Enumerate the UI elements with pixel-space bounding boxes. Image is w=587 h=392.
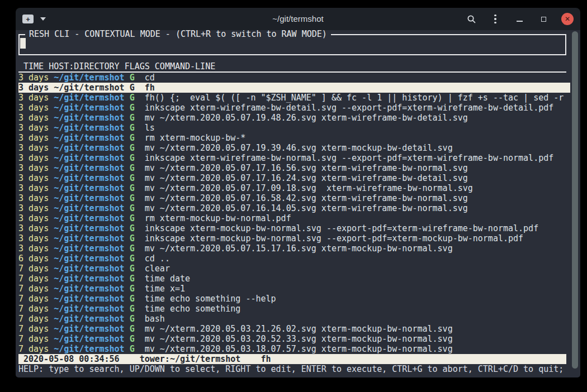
titlebar-left-controls: + (22, 15, 46, 23)
status-gap (240, 354, 261, 364)
table-row[interactable]: 3 days ~/git/termshot G rm xterm-mockup-… (18, 133, 570, 143)
row-flags: G (130, 294, 135, 304)
row-command: rm xterm-mockup-bw-* (145, 133, 246, 143)
scrollbar[interactable] (570, 30, 580, 377)
table-row[interactable]: 3 days ~/git/termshot G mv ~/xterm.2020.… (18, 243, 570, 254)
row-directory: ~/git/termshot (54, 233, 124, 243)
row-time: 7 days (18, 274, 49, 284)
table-row[interactable]: 3 days ~/git/termshot G inkscape xterm-w… (18, 103, 570, 113)
row-command: cd .. (145, 254, 170, 264)
chevron-down-icon[interactable] (40, 17, 46, 21)
table-row[interactable]: 7 days ~/git/termshot G bash (18, 314, 570, 324)
row-directory: ~/git/termshot (54, 73, 124, 83)
row-flags: G (130, 314, 135, 324)
row-command: time x=1 (145, 284, 185, 294)
row-flags: G (130, 183, 135, 193)
row-time: 3 days (18, 133, 49, 143)
table-row[interactable]: 3 days ~/git/termshot G mv ~/xterm.2020.… (18, 203, 570, 213)
menu-button[interactable] (489, 13, 501, 25)
row-directory: ~/git/termshot (54, 193, 124, 203)
minimize-button[interactable] (513, 13, 526, 25)
table-row[interactable]: 7 days ~/git/termshot G time echo someth… (18, 294, 570, 304)
restore-button[interactable] (537, 13, 550, 25)
row-time: 7 days (18, 304, 49, 314)
table-row[interactable]: 3 days ~/git/termshot G mv ~/xterm.2020.… (18, 173, 570, 183)
table-row[interactable]: 3 days ~/git/termshot G mv ~/xterm.2020.… (18, 183, 570, 193)
row-time: 7 days (18, 284, 49, 294)
window-title: ~/git/termshot (272, 8, 323, 30)
row-command: mv ~/xterm.2020.05.07.17.16.24.svg xterm… (145, 173, 468, 183)
status-bar: 2020-05-08 00:34:56 tower:~/git/termshot… (18, 354, 566, 364)
table-row[interactable]: 3 days ~/git/termshot G inkscape xterm-m… (18, 223, 570, 233)
row-command: inkscape xterm-mockup-bw-normal.svg --ex… (145, 233, 523, 243)
table-row[interactable]: 3 days ~/git/termshot G mv ~/xterm.2020.… (18, 163, 570, 173)
row-time: 3 days (18, 93, 49, 103)
row-flags: G (130, 243, 135, 254)
table-row[interactable]: 3 days ~/git/termshot G mv ~/xterm.2020.… (18, 193, 570, 203)
row-time: 7 days (18, 324, 49, 334)
row-time: 3 days (18, 163, 49, 173)
table-row[interactable]: 3 days ~/git/termshot G cd (18, 73, 570, 83)
table-row[interactable]: 3 days ~/git/termshot G ls (18, 123, 570, 133)
table-row[interactable]: 7 days ~/git/termshot G time date (18, 274, 570, 284)
kebab-menu-icon (494, 15, 496, 24)
row-command: fh() {; eval $( ([ -n "$ZSH_NAME" ] && f… (145, 93, 564, 103)
row-time: 6 days (18, 254, 49, 264)
row-time: 3 days (18, 193, 49, 203)
row-time: 3 days (18, 173, 49, 183)
row-flags: G (130, 173, 135, 183)
row-flags: G (130, 73, 135, 83)
row-time: 3 days (18, 153, 49, 163)
table-row[interactable]: 7 days ~/git/termshot G time echo someth… (18, 304, 570, 314)
row-flags: G (130, 163, 135, 173)
row-directory: ~/git/termshot (54, 173, 124, 183)
table-row[interactable]: 7 days ~/git/termshot G time x=1 (18, 284, 570, 294)
row-directory: ~/git/termshot (54, 334, 124, 344)
row-command: inkscape xterm-wireframe-bw-normal.svg -… (145, 153, 554, 163)
table-row[interactable]: 3 days ~/git/termshot G fh (18, 83, 570, 93)
row-time: 3 days (18, 73, 49, 83)
table-row[interactable]: 7 days ~/git/termshot G mv ~/xterm.2020.… (18, 334, 570, 344)
row-directory: ~/git/termshot (54, 243, 124, 254)
row-directory: ~/git/termshot (54, 324, 124, 334)
row-flags: G (130, 123, 135, 133)
row-directory: ~/git/termshot (54, 93, 124, 103)
table-row[interactable]: 3 days ~/git/termshot G rm xterm-mockup-… (18, 213, 570, 223)
row-command: time echo something --help (145, 294, 276, 304)
row-flags: G (130, 113, 135, 123)
table-row[interactable]: 7 days ~/git/termshot G clear (18, 264, 570, 274)
table-row[interactable]: 7 days ~/git/termshot G mv ~/xterm.2020.… (18, 324, 570, 334)
terminal-plus-icon: + (26, 15, 30, 23)
restore-icon (541, 17, 546, 22)
close-button[interactable]: ✕ (561, 13, 574, 25)
row-time: 7 days (18, 264, 49, 274)
row-flags: G (130, 274, 135, 284)
row-directory: ~/git/termshot (54, 103, 124, 113)
row-directory: ~/git/termshot (54, 183, 124, 193)
table-row[interactable]: 3 days ~/git/termshot G mv ~/xterm.2020.… (18, 113, 570, 123)
new-tab-button[interactable]: + (22, 15, 34, 23)
table-row[interactable]: 7 days ~/git/termshot G mv ~/xterm.2020.… (18, 344, 570, 354)
terminal-screen[interactable]: RESH CLI - CONTEXTUAL MODE - (CTRL+R to … (16, 30, 580, 377)
row-command: clear (145, 264, 170, 274)
row-command: inkscape xterm-wireframe-bw-detail.svg -… (145, 103, 554, 113)
table-row[interactable]: 3 days ~/git/termshot G fh() {; eval $( … (18, 93, 570, 103)
row-directory: ~/git/termshot (54, 284, 124, 294)
scrollbar-thumb[interactable] (572, 31, 578, 369)
titlebar[interactable]: + ~/git/termshot (16, 8, 580, 30)
table-row[interactable]: 6 days ~/git/termshot G cd .. (18, 254, 570, 264)
table-row[interactable]: 3 days ~/git/termshot G inkscape xterm-m… (18, 233, 570, 243)
row-flags: G (130, 143, 135, 153)
row-flags: G (130, 103, 135, 113)
row-flags: G (130, 284, 135, 294)
row-directory: ~/git/termshot (54, 83, 124, 93)
row-flags: G (130, 213, 135, 223)
row-command: rm xterm-mockup-bw-normal.pdf (145, 213, 291, 223)
table-row[interactable]: 3 days ~/git/termshot G mv ~/xterm.2020.… (18, 143, 570, 153)
search-input-box[interactable]: RESH CLI - CONTEXTUAL MODE - (CTRL+R to … (18, 34, 566, 55)
row-flags: G (130, 264, 135, 274)
minimize-icon (517, 21, 523, 22)
table-row[interactable]: 3 days ~/git/termshot G inkscape xterm-w… (18, 153, 570, 163)
search-button[interactable] (465, 13, 477, 25)
row-time: 3 days (18, 203, 49, 213)
